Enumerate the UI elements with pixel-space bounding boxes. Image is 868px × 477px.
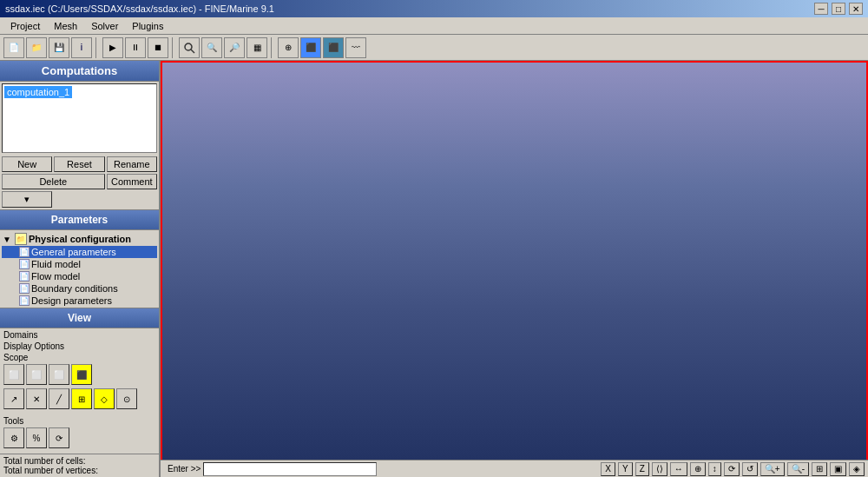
coord-btn-11[interactable]: ◈ <box>849 462 865 476</box>
tb-pause[interactable]: ⏸ <box>125 37 146 58</box>
flow-model-label: Flow model <box>31 271 80 282</box>
viewport-statusbar: Enter >> X Y Z ⟨⟩ ↔ ⊕ ↕ ⟳ ↺ 🔍+ 🔍- ⊞ ▣ ◈ <box>161 460 868 477</box>
scope-btn-2[interactable]: ⬜ <box>26 364 47 385</box>
titlebar: ssdax.iec (C:/Users/SSDAX/ssdax/ssdax.ie… <box>0 0 868 17</box>
computations-buttons: New Reset Rename <box>0 155 159 174</box>
tb-info[interactable]: i <box>71 37 92 58</box>
new-button[interactable]: New <box>2 156 52 172</box>
tool-btn-1[interactable]: ⚙ <box>3 427 24 448</box>
coord-btn-7[interactable]: 🔍+ <box>760 462 785 476</box>
tool-btn-3[interactable]: ⟳ <box>49 427 69 448</box>
tree-toggle-physical[interactable]: ▼ <box>3 235 13 244</box>
parameters-tree: ▼ 📁 Physical configuration 📄 General par… <box>0 230 159 308</box>
coord-btn-9[interactable]: ⊞ <box>812 462 827 476</box>
view-btn-arrow[interactable]: ↗ <box>3 388 24 409</box>
doc-icon-design: 📄 <box>19 295 30 306</box>
computation-item[interactable]: computation_1 <box>4 86 72 98</box>
view-row2: ↗ ✕ ╱ ⊞ ◇ ⊙ <box>3 388 155 409</box>
close-button[interactable]: ✕ <box>849 3 863 15</box>
rename-button[interactable]: Rename <box>107 156 157 172</box>
total-cells-label: Total number of cells: <box>3 456 156 466</box>
scope-btn-3[interactable]: ⬜ <box>49 364 69 385</box>
menu-solver[interactable]: Solver <box>84 19 125 33</box>
tree-item-fluid[interactable]: 📄 Fluid model <box>2 258 157 270</box>
doc-icon-general: 📄 <box>19 247 30 257</box>
tree-item-design[interactable]: 📄 Design parameters <box>2 295 157 307</box>
tb-zoom-fit[interactable] <box>179 37 200 58</box>
viewport[interactable]: Enter >> X Y Z ⟨⟩ ↔ ⊕ ↕ ⟳ ↺ 🔍+ 🔍- ⊞ ▣ ◈ <box>161 61 868 477</box>
coord-y[interactable]: Y <box>618 462 633 476</box>
arrow-down-btn[interactable]: ▾ <box>2 191 52 208</box>
coord-btn-8[interactable]: 🔍- <box>787 462 809 476</box>
doc-icon-flow: 📄 <box>19 271 30 282</box>
view-btn-diamond[interactable]: ◇ <box>94 388 115 409</box>
tb-zoom-out[interactable]: 🔎 <box>224 37 245 58</box>
toolbar: 📄 📁 💾 i ▶ ⏸ ⏹ 🔍 🔎 ▦ ⊕ ⬛ ⬛ 〰 <box>0 35 868 61</box>
titlebar-controls: ─ □ ✕ <box>814 3 863 15</box>
tb-sep2 <box>172 37 175 58</box>
scope-btn-1[interactable]: ⬜ <box>3 364 24 385</box>
scope-label: Scope <box>3 353 155 362</box>
delete-button[interactable]: Delete <box>2 174 105 189</box>
tb-open[interactable]: 📁 <box>26 37 47 58</box>
tool-btn-2[interactable]: % <box>26 427 47 448</box>
tb-point[interactable]: ⊕ <box>278 37 299 58</box>
minimize-button[interactable]: ─ <box>814 3 828 15</box>
menu-mesh[interactable]: Mesh <box>47 19 84 33</box>
restore-button[interactable]: □ <box>832 3 845 15</box>
left-panel: Computations computation_1 New Reset Ren… <box>0 61 161 477</box>
titlebar-title: ssdax.iec (C:/Users/SSDAX/ssdax/ssdax.ie… <box>5 3 274 14</box>
view-btn-dot[interactable]: ⊙ <box>116 388 137 409</box>
doc-icon-boundary: 📄 <box>19 283 30 294</box>
viewport-canvas <box>161 61 868 477</box>
tb-play[interactable]: ▶ <box>102 37 123 58</box>
general-params-label: General parameters <box>31 247 116 257</box>
tb-wave[interactable]: 〰 <box>345 37 366 58</box>
computations-list[interactable]: computation_1 <box>2 83 157 153</box>
enter-input[interactable] <box>203 462 377 476</box>
tb-color1[interactable]: ⬛ <box>300 37 321 58</box>
view-btn-grid[interactable]: ⊞ <box>71 388 92 409</box>
view-btn-line[interactable]: ╱ <box>49 388 69 409</box>
coord-btn-4[interactable]: ↕ <box>708 462 721 476</box>
tb-select[interactable]: ▦ <box>247 37 267 58</box>
coord-btn-10[interactable]: ▣ <box>830 462 846 476</box>
fluid-model-label: Fluid model <box>31 259 81 269</box>
tb-zoom-in[interactable]: 🔍 <box>201 37 222 58</box>
coord-btn-3[interactable]: ⊕ <box>690 462 706 476</box>
coord-btn-5[interactable]: ⟳ <box>724 462 740 476</box>
tb-stop[interactable]: ⏹ <box>148 37 168 58</box>
total-vertices-label: Total number of vertices: <box>3 466 156 475</box>
tb-sep1 <box>95 37 99 58</box>
coord-btn-6[interactable]: ↺ <box>742 462 758 476</box>
coord-x[interactable]: X <box>601 462 615 476</box>
tools-row: ⚙ % ⟳ <box>3 427 155 448</box>
tb-save[interactable]: 💾 <box>49 37 69 58</box>
physical-config-label: Physical configuration <box>29 234 131 244</box>
tb-new[interactable]: 📄 <box>3 37 24 58</box>
tree-item-boundary[interactable]: 📄 Boundary conditions <box>2 282 157 295</box>
svg-point-0 <box>185 43 192 50</box>
coord-z[interactable]: Z <box>635 462 649 476</box>
scope-btn-4[interactable]: ⬛ <box>71 364 92 385</box>
physical-config-header[interactable]: ▼ 📁 Physical configuration <box>2 232 157 246</box>
reset-button[interactable]: Reset <box>54 156 104 172</box>
scope-row: ⬜ ⬜ ⬜ ⬛ <box>3 364 155 385</box>
tb-color2[interactable]: ⬛ <box>323 37 344 58</box>
tools-label: Tools <box>3 416 155 426</box>
svg-line-1 <box>191 50 194 53</box>
tb-sep3 <box>271 37 274 58</box>
folder-icon-physical: 📁 <box>15 233 27 245</box>
menu-project[interactable]: Project <box>3 19 47 33</box>
domains-label: Domains <box>3 330 155 340</box>
menu-plugins[interactable]: Plugins <box>125 19 170 33</box>
status-left: Total number of cells: Total number of v… <box>0 454 161 477</box>
coord-btn-1[interactable]: ⟨⟩ <box>652 462 667 476</box>
view-btn-x[interactable]: ✕ <box>26 388 47 409</box>
view-section: Domains Display Options Scope ⬜ ⬜ ⬜ ⬛ ↗ … <box>0 328 159 414</box>
tree-item-general[interactable]: 📄 General parameters <box>2 246 157 258</box>
coord-btn-2[interactable]: ↔ <box>670 462 687 476</box>
comment-button[interactable]: Comment <box>107 174 157 189</box>
display-options-label: Display Options <box>3 341 155 351</box>
tree-item-flow[interactable]: 📄 Flow model <box>2 270 157 282</box>
